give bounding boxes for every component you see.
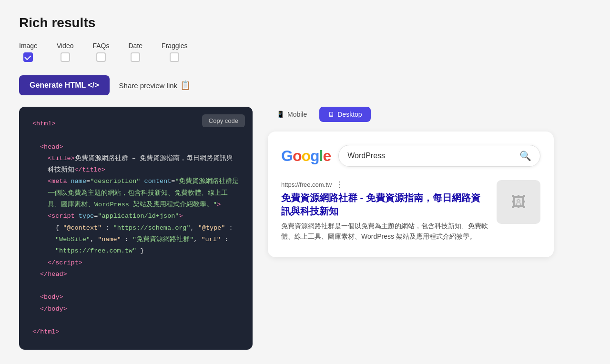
share-preview-link[interactable]: Share preview link 📋 [119, 80, 191, 91]
result-info: https://free.com.tw ⋮ 免費資源網路社群 - 免費資源指南，… [281, 180, 489, 242]
google-logo: Google [281, 147, 331, 165]
code-line-title: <title>免費資源網路社群 – 免費資源指南，每日網路資訊與科技新知</ti… [32, 153, 239, 176]
copy-code-button[interactable]: Copy code [202, 114, 245, 127]
code-line-body-open: <body> [32, 292, 239, 303]
checkbox-label-image: Image [19, 42, 38, 50]
result-url-row: https://free.com.tw ⋮ [281, 180, 489, 189]
mobile-label: Mobile [287, 111, 307, 118]
checkbox-fraggles[interactable] [170, 52, 179, 62]
desktop-icon: 🖥 [328, 111, 335, 118]
google-search-bar: Google WordPress 🔍 [281, 145, 540, 167]
code-line-head: <head> [32, 142, 239, 153]
result-title[interactable]: 免費資源網路社群 - 免費資源指南，每日網路資訊與科技新知 [281, 191, 489, 218]
code-line-head-close: </head> [32, 269, 239, 280]
search-icon: 🔍 [519, 150, 531, 162]
code-panel: Copy code <html> <head> <title>免費資源網路社群 … [19, 107, 253, 350]
code-line-body-close: </body> [32, 303, 239, 315]
preview-panel: 📱 Mobile 🖥 Desktop Google WordPress 🔍 [268, 107, 591, 257]
checkbox-date[interactable] [131, 52, 140, 62]
result-thumbnail: 🖼 [497, 180, 540, 224]
google-search-input[interactable]: WordPress 🔍 [338, 145, 540, 167]
checkbox-video[interactable] [61, 52, 70, 62]
checkbox-item-image: Image [19, 42, 38, 62]
main-content: Copy code <html> <head> <title>免費資源網路社群 … [19, 107, 591, 350]
mobile-icon: 📱 [276, 111, 285, 118]
code-line-json: { "@context" : "https://schema.org", "@t… [32, 222, 239, 234]
checkbox-item-fraggles: Fraggles [162, 42, 187, 62]
view-toggle: 📱 Mobile 🖥 Desktop [268, 107, 591, 122]
share-icon: 📋 [180, 80, 191, 91]
checkbox-label-date: Date [129, 42, 143, 50]
checkbox-item-video: Video [57, 42, 74, 62]
page-title: Rich results [19, 15, 591, 30]
code-editor: <html> <head> <title>免費資源網路社群 – 免費資源指南，每… [32, 118, 239, 338]
desktop-label: Desktop [337, 111, 362, 118]
result-url: https://free.com.tw [281, 181, 332, 188]
actions-row: Generate HTML </> Share preview link 📋 [19, 75, 591, 95]
desktop-view-button[interactable]: 🖥 Desktop [319, 107, 370, 122]
checkbox-label-fraggles: Fraggles [162, 42, 187, 50]
result-description: 免費資源網路社群是一個以免費為主題的網站，包含科技新知、免費軟體、線上工具、圖庫… [281, 221, 489, 242]
code-line-blank-1 [32, 130, 239, 141]
code-line-html-close: </html> [32, 326, 239, 338]
code-line-script-open: <script type="application/ld+json"> [32, 211, 239, 222]
google-preview: Google WordPress 🔍 https://free.com.tw ⋮… [268, 131, 554, 257]
search-result-item: https://free.com.tw ⋮ 免費資源網路社群 - 免費資源指南，… [281, 180, 540, 242]
code-line-json3: "https://free.com.tw" } [32, 245, 239, 257]
checkbox-image[interactable] [23, 52, 33, 62]
code-line-meta: <meta name="description" content="免費資源網路… [32, 176, 239, 211]
checkbox-faqs[interactable] [96, 52, 106, 62]
code-line-script-close: </script> [32, 257, 239, 269]
generate-html-button[interactable]: Generate HTML </> [19, 75, 110, 95]
checkbox-item-faqs: FAQs [92, 42, 109, 62]
code-line-blank-3 [32, 315, 239, 326]
code-line-json2: "WebSite", "name" : "免費資源網路社群", "url" : [32, 234, 239, 245]
checkbox-item-date: Date [129, 42, 143, 62]
code-line-blank-2 [32, 280, 239, 292]
checkbox-label-video: Video [57, 42, 74, 50]
mobile-view-button[interactable]: 📱 Mobile [268, 107, 315, 122]
search-query-text: WordPress [347, 152, 385, 160]
checkbox-label-faqs: FAQs [92, 42, 109, 50]
image-placeholder-icon: 🖼 [511, 193, 526, 211]
rich-results-options: Image Video FAQs Date Fraggles [19, 42, 591, 62]
share-link-text: Share preview link [119, 81, 178, 90]
result-dots[interactable]: ⋮ [336, 180, 343, 189]
